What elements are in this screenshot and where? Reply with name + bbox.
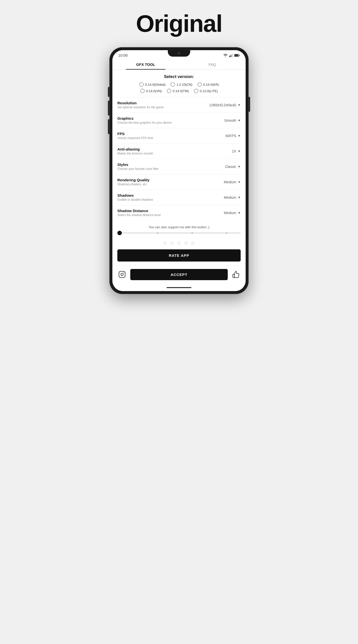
svg-rect-6 bbox=[234, 54, 238, 56]
svg-point-9 bbox=[124, 272, 124, 273]
radio-cn[interactable] bbox=[171, 82, 175, 87]
rendering-quality-dropdown-arrow: ▼ bbox=[238, 180, 241, 184]
setting-shadows: Shadows Enable or disable shadows Medium… bbox=[117, 190, 241, 205]
version-option-lite[interactable]: 0.12.0(LITE) bbox=[194, 89, 218, 93]
styles-dropdown[interactable]: Classic ▼ bbox=[225, 165, 241, 169]
rate-app-button[interactable]: RATE APP bbox=[117, 249, 241, 262]
shadows-dropdown-arrow: ▼ bbox=[238, 196, 241, 199]
star-rating[interactable]: ☆ ☆ ☆ ☆ ☆ bbox=[117, 240, 241, 246]
star-4[interactable]: ☆ bbox=[183, 240, 188, 246]
antialiasing-dropdown-arrow: ▼ bbox=[238, 150, 241, 153]
phone-screen: 10:00 bbox=[112, 50, 246, 291]
setting-antialiasing: Anti-aliasing Makes the textures smooth … bbox=[117, 143, 241, 159]
bottom-bar: ACCEPT bbox=[112, 266, 246, 285]
svg-rect-2 bbox=[231, 54, 232, 57]
support-text: You can also support me with this button… bbox=[117, 225, 241, 229]
support-section: You can also support me with this button… bbox=[117, 220, 241, 240]
setting-resolution: Resolution Set optimal resolution for th… bbox=[117, 97, 241, 112]
setting-rendering-quality: Rendering Quality Shadows,shaders, etc M… bbox=[117, 174, 241, 190]
version-row-2: 0.14.0(VN) 0.14.0(TW) 0.12.0(LITE) bbox=[117, 89, 241, 93]
star-3[interactable]: ☆ bbox=[177, 240, 181, 246]
tab-gfx-tool[interactable]: GFX TOOL bbox=[112, 58, 179, 70]
home-bar bbox=[167, 287, 191, 288]
resolution-dropdown[interactable]: 1280(HD,Default) ▼ bbox=[209, 103, 241, 107]
thumbsup-button[interactable] bbox=[230, 269, 242, 280]
mute-button bbox=[108, 87, 109, 97]
wifi-icon bbox=[223, 54, 228, 57]
accept-button[interactable]: ACCEPT bbox=[130, 269, 228, 280]
svg-rect-5 bbox=[239, 55, 240, 56]
version-option-global[interactable]: 0.14.0(Global) bbox=[139, 82, 166, 87]
volume-down-button bbox=[108, 119, 109, 134]
content-area: Select version: 0.14.0(Global) 1.2.10(CN… bbox=[112, 70, 246, 262]
slider-tick-1 bbox=[157, 232, 158, 234]
support-slider[interactable] bbox=[117, 232, 241, 234]
power-button bbox=[249, 97, 250, 112]
star-2[interactable]: ☆ bbox=[170, 240, 175, 246]
shadow-distance-dropdown-arrow: ▼ bbox=[238, 211, 241, 214]
battery-icon bbox=[234, 54, 240, 57]
tab-bar: GFX TOOL FAQ bbox=[112, 58, 246, 70]
graphics-dropdown-arrow: ▼ bbox=[238, 119, 241, 122]
notch bbox=[168, 50, 190, 57]
volume-up-button bbox=[108, 100, 109, 116]
setting-styles: Styles Choose your favorite color filter… bbox=[117, 159, 241, 174]
home-indicator bbox=[112, 285, 246, 291]
status-time: 10:00 bbox=[118, 53, 128, 57]
svg-point-8 bbox=[121, 273, 123, 276]
camera-dot bbox=[178, 52, 180, 55]
setting-graphics: Graphics Choose the best graphics for yo… bbox=[117, 112, 241, 128]
svg-rect-1 bbox=[230, 55, 231, 57]
page-title: Original bbox=[136, 10, 222, 37]
version-grid: 0.14.0(Global) 1.2.10(CN) 0.14.0(KR) 0.1… bbox=[117, 82, 241, 93]
graphics-dropdown[interactable]: Smooth ▼ bbox=[224, 118, 241, 122]
thumbsup-icon bbox=[232, 271, 240, 278]
styles-dropdown-arrow: ▼ bbox=[238, 165, 241, 168]
phone-frame: 10:00 bbox=[109, 47, 249, 294]
radio-vn[interactable] bbox=[140, 89, 145, 93]
radio-tw[interactable] bbox=[167, 89, 171, 93]
version-section-title: Select version: bbox=[117, 70, 241, 82]
status-icons bbox=[223, 54, 240, 57]
star-5[interactable]: ☆ bbox=[190, 240, 195, 246]
version-option-tw[interactable]: 0.14.0(TW) bbox=[167, 89, 189, 93]
radio-global[interactable] bbox=[139, 82, 144, 87]
setting-fps: FPS Unlock maximum FPS limit 60FPS ▼ bbox=[117, 128, 241, 143]
version-option-vn[interactable]: 0.14.0(VN) bbox=[140, 89, 162, 93]
version-row-1: 0.14.0(Global) 1.2.10(CN) 0.14.0(KR) bbox=[117, 82, 241, 87]
radio-lite[interactable] bbox=[194, 89, 198, 93]
svg-rect-7 bbox=[119, 272, 125, 278]
status-bar: 10:00 bbox=[112, 50, 246, 58]
slider-thumb[interactable] bbox=[117, 231, 122, 235]
slider-tick-3 bbox=[226, 232, 227, 234]
setting-shadow-distance: Shadow Distance Select the shadow distan… bbox=[117, 205, 241, 220]
svg-rect-0 bbox=[229, 56, 230, 57]
instagram-icon bbox=[118, 271, 126, 278]
signal-icon bbox=[229, 54, 233, 57]
shadow-distance-dropdown[interactable]: Medium ▼ bbox=[224, 211, 241, 215]
fps-dropdown-arrow: ▼ bbox=[238, 134, 241, 138]
star-1[interactable]: ☆ bbox=[163, 240, 168, 246]
version-option-kr[interactable]: 0.14.0(KR) bbox=[197, 82, 219, 87]
fps-dropdown[interactable]: 60FPS ▼ bbox=[225, 134, 241, 138]
rendering-quality-dropdown[interactable]: Medium ▼ bbox=[224, 180, 241, 184]
version-option-cn[interactable]: 1.2.10(CN) bbox=[171, 82, 192, 87]
antialiasing-dropdown[interactable]: 2X ▼ bbox=[232, 149, 241, 153]
tab-faq[interactable]: FAQ bbox=[179, 58, 246, 70]
slider-tick-2 bbox=[191, 232, 193, 234]
shadows-dropdown[interactable]: Medium ▼ bbox=[224, 196, 241, 200]
radio-kr[interactable] bbox=[197, 82, 202, 87]
resolution-dropdown-arrow: ▼ bbox=[238, 103, 241, 107]
instagram-button[interactable] bbox=[116, 269, 128, 280]
svg-rect-3 bbox=[232, 54, 233, 57]
